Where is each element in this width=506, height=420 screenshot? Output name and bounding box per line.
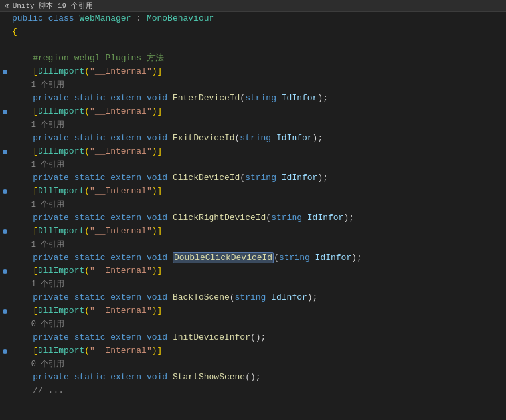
code-line: private static extern void DoubleClickDe… — [0, 251, 506, 264]
ref-line: 0 个引用 — [0, 358, 506, 371]
line-text: [DllImport("__Internal")] — [9, 304, 506, 318]
gutter — [0, 12, 9, 25]
line-text: [DllImport("__Internal")] — [9, 105, 506, 118]
ref-line: 1 个引用 — [0, 78, 506, 92]
gutter — [0, 225, 9, 238]
gutter — [0, 318, 9, 331]
code-line: [DllImport("__Internal")] — [0, 344, 506, 358]
line-text: [DllImport("__Internal")] — [9, 185, 506, 198]
code-line: private static extern void ExitDeviceId(… — [0, 132, 506, 145]
gutter — [0, 25, 9, 39]
gutter — [0, 371, 9, 384]
code-line: { — [0, 25, 506, 39]
code-line: public class WebManager : MonoBehaviour — [0, 12, 506, 25]
line-text: #region webgl Plugins 方法 — [9, 52, 506, 65]
line-text: [DllImport("__Internal")] — [9, 264, 506, 278]
highlighted-method: DoubleClickDeviceId — [173, 252, 274, 263]
gutter — [0, 331, 9, 344]
code-line: private static extern void InitDeviceInf… — [0, 331, 506, 344]
gutter — [0, 78, 9, 92]
gutter — [0, 358, 9, 371]
gutter — [0, 264, 9, 278]
gutter — [0, 158, 9, 171]
gutter — [0, 118, 9, 132]
ref-line: 1 个引用 — [0, 198, 506, 211]
gutter — [0, 145, 9, 158]
gutter — [0, 185, 9, 198]
code-line: // ... — [0, 384, 506, 397]
gutter — [0, 52, 9, 65]
gutter — [0, 251, 9, 264]
gutter — [0, 238, 9, 251]
code-line: [DllImport("__Internal")] — [0, 145, 506, 158]
title-text: Unity 脚本 19 个引用 — [13, 1, 93, 11]
line-text: private static extern void DoubleClickDe… — [9, 251, 506, 264]
code-line: private static extern void StartShowScen… — [0, 371, 506, 384]
line-text: private static extern void EnterDeviceId… — [9, 92, 506, 105]
ref-line: 1 个引用 — [0, 278, 506, 291]
line-text: private static extern void BackToScene(s… — [9, 291, 506, 304]
ref-text: 1 个引用 — [9, 278, 506, 291]
code-line: [DllImport("__Internal")] — [0, 105, 506, 118]
line-text: private static extern void StartShowScen… — [9, 371, 506, 384]
code-line: [DllImport("__Internal")] — [0, 304, 506, 318]
line-text: public class WebManager : MonoBehaviour — [9, 12, 506, 25]
code-line: private static extern void ClickDeviceId… — [0, 171, 506, 185]
unity-icon: ⊙ — [5, 1, 10, 10]
gutter — [0, 92, 9, 105]
editor-container: ⊙ Unity 脚本 19 个引用 public class WebManage… — [0, 0, 506, 420]
line-text: { — [9, 25, 506, 39]
gutter — [0, 132, 9, 145]
gutter — [0, 278, 9, 291]
ref-text: 1 个引用 — [9, 118, 506, 132]
code-line: #region webgl Plugins 方法 — [0, 52, 506, 65]
line-text: private static extern void ClickDeviceId… — [9, 171, 506, 185]
line-text: private static extern void InitDeviceInf… — [9, 331, 506, 344]
gutter — [0, 304, 9, 318]
gutter — [0, 344, 9, 358]
gutter — [0, 39, 9, 52]
code-line — [0, 39, 506, 52]
line-text: [DllImport("__Internal")] — [9, 145, 506, 158]
ref-line: 1 个引用 — [0, 118, 506, 132]
line-text: [DllImport("__Internal")] — [9, 344, 506, 358]
gutter — [0, 171, 9, 185]
gutter — [0, 65, 9, 78]
line-text: [DllImport("__Internal")] — [9, 225, 506, 238]
gutter — [0, 105, 9, 118]
title-bar: ⊙ Unity 脚本 19 个引用 — [0, 0, 506, 12]
line-text: private static extern void ExitDeviceId(… — [9, 132, 506, 145]
ref-line: 1 个引用 — [0, 238, 506, 251]
code-line: [DllImport("__Internal")] — [0, 225, 506, 238]
ref-text: 0 个引用 — [9, 318, 506, 331]
code-line: private static extern void EnterDeviceId… — [0, 92, 506, 105]
gutter — [0, 211, 9, 225]
code-editor[interactable]: public class WebManager : MonoBehaviour … — [0, 12, 506, 397]
code-line: [DllImport("__Internal")] — [0, 185, 506, 198]
line-text: private static extern void ClickRightDev… — [9, 211, 506, 225]
ref-line: 1 个引用 — [0, 158, 506, 171]
ref-line: 0 个引用 — [0, 318, 506, 331]
code-line: private static extern void ClickRightDev… — [0, 211, 506, 225]
gutter — [0, 291, 9, 304]
ref-text: 0 个引用 — [9, 358, 506, 371]
gutter — [0, 198, 9, 211]
ref-text: 1 个引用 — [9, 78, 506, 92]
code-line: [DllImport("__Internal")] — [0, 65, 506, 78]
gutter — [0, 384, 9, 397]
code-line: [DllImport("__Internal")] — [0, 264, 506, 278]
line-text: // ... — [9, 384, 506, 397]
ref-text: 1 个引用 — [9, 198, 506, 211]
ref-text: 1 个引用 — [9, 238, 506, 251]
line-text — [9, 39, 506, 52]
code-line: private static extern void BackToScene(s… — [0, 291, 506, 304]
ref-text: 1 个引用 — [9, 158, 506, 171]
line-text: [DllImport("__Internal")] — [9, 65, 506, 78]
